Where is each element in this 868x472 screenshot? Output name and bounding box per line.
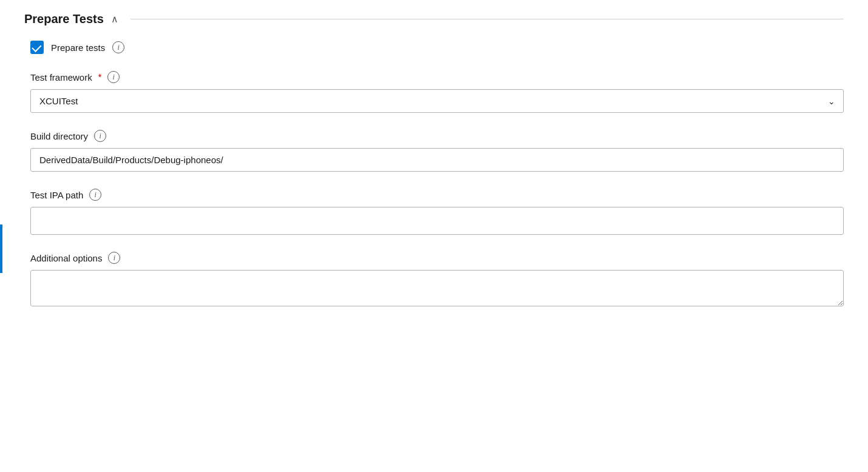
prepare-tests-label: Prepare tests — [51, 42, 105, 53]
prepare-tests-info-icon[interactable]: i — [112, 41, 124, 53]
test-framework-select[interactable]: XCUITest XCTest Appium — [30, 89, 844, 113]
test-ipa-path-info-icon[interactable]: i — [89, 189, 101, 201]
build-directory-input[interactable] — [30, 148, 844, 172]
build-directory-label-row: Build directory i — [30, 130, 844, 142]
additional-options-label-row: Additional options i — [30, 252, 844, 264]
additional-options-info-icon[interactable]: i — [108, 252, 120, 264]
additional-options-input[interactable] — [30, 270, 844, 306]
build-directory-label: Build directory — [30, 131, 88, 141]
blue-accent-bar — [0, 224, 2, 273]
additional-options-label: Additional options — [30, 253, 102, 263]
prepare-tests-row: Prepare tests i — [30, 41, 844, 54]
section-title: Prepare Tests — [24, 12, 104, 26]
form-section: Prepare tests i Test framework * i XCUIT… — [24, 41, 844, 308]
test-framework-required: * — [98, 72, 101, 82]
section-divider — [131, 19, 844, 19]
build-directory-group: Build directory i — [30, 130, 844, 172]
collapse-icon[interactable]: ∧ — [111, 13, 118, 25]
additional-options-group: Additional options i — [30, 252, 844, 308]
test-ipa-path-group: Test IPA path i — [30, 189, 844, 235]
build-directory-info-icon[interactable]: i — [94, 130, 106, 142]
test-framework-label-row: Test framework * i — [30, 71, 844, 83]
prepare-tests-checkbox[interactable] — [30, 41, 44, 54]
test-framework-label: Test framework — [30, 72, 92, 83]
test-ipa-path-label-row: Test IPA path i — [30, 189, 844, 201]
section-header: Prepare Tests ∧ — [24, 12, 844, 26]
test-framework-select-wrapper: XCUITest XCTest Appium ⌄ — [30, 89, 844, 113]
test-ipa-path-input[interactable] — [30, 207, 844, 235]
test-framework-group: Test framework * i XCUITest XCTest Appiu… — [30, 71, 844, 113]
test-framework-info-icon[interactable]: i — [107, 71, 120, 83]
test-ipa-path-label: Test IPA path — [30, 190, 83, 200]
page-container: Prepare Tests ∧ Prepare tests i Test fra… — [0, 0, 868, 472]
